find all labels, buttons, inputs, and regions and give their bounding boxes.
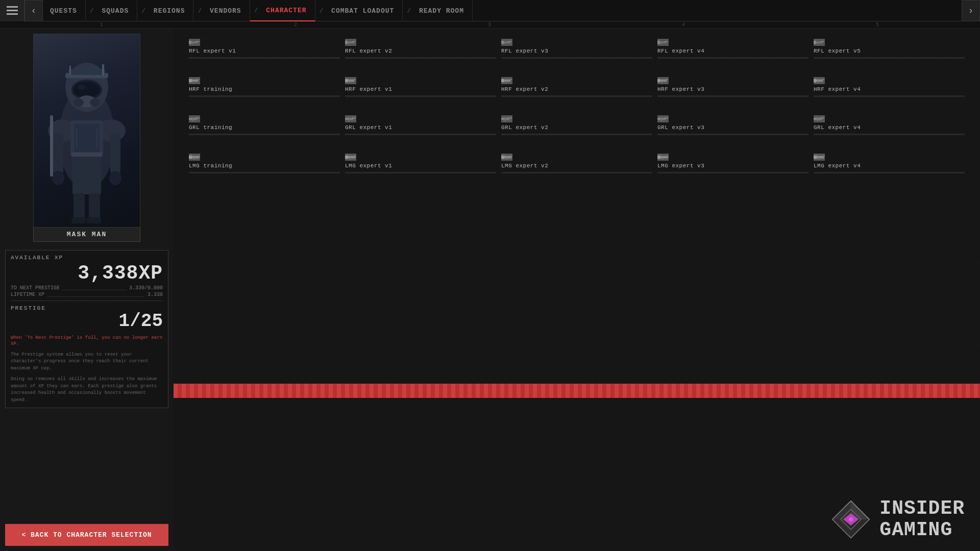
skill-item[interactable]: HRF expert v4 [814, 77, 965, 97]
back-to-character-selection-button[interactable]: < BACK TO CHARACTER SELECTION [5, 524, 168, 546]
svg-rect-34 [189, 41, 191, 44]
svg-rect-58 [345, 79, 348, 82]
to-next-prestige-value: 3.330/0.000 [129, 285, 163, 291]
svg-rect-47 [665, 41, 668, 42]
skill-name: LMG expert v3 [657, 163, 808, 169]
svg-rect-42 [501, 41, 504, 44]
tab-ready-room[interactable]: / READY ROOM [403, 0, 473, 21]
skills-panel: RFL expert v1 RFL expert v2 RFL expert v… [174, 29, 980, 551]
prestige-desc-2: Doing so removes all skills and increase… [11, 376, 163, 404]
tab-squads[interactable]: / SQUADS [86, 0, 137, 21]
skill-name: HRF training [189, 86, 340, 92]
menu-button[interactable] [0, 0, 24, 21]
skill-item[interactable]: GRL expert v3 [657, 115, 808, 135]
svg-rect-116 [662, 158, 664, 160]
skill-item[interactable]: RFL expert v4 [657, 39, 808, 59]
svg-rect-101 [193, 158, 195, 160]
nav-next-arrow[interactable]: › [962, 0, 980, 21]
skill-name: GRL expert v3 [657, 124, 808, 131]
tab-combat-loadout[interactable]: / COMBAT LOADOUT [315, 0, 403, 21]
skill-name: LMG training [189, 163, 340, 169]
prestige-value: 1/25 [11, 311, 163, 332]
lifetime-xp-row: LIFETIME XP 3.338 [11, 292, 163, 297]
skill-item[interactable]: GRL expert v2 [501, 115, 652, 135]
skill-icon-rifle [657, 39, 669, 46]
level-marker-3: 3 [488, 22, 492, 28]
available-xp-label: AVAILABLE XP [11, 255, 163, 261]
character-portrait [33, 34, 140, 228]
logo-text: INSIDER GAMING [879, 498, 965, 541]
tab-vendors[interactable]: / VENDORS [193, 0, 250, 21]
svg-rect-31 [87, 217, 101, 223]
skill-item[interactable]: HRF expert v3 [657, 77, 808, 97]
svg-rect-68 [661, 82, 663, 83]
svg-rect-26 [72, 154, 101, 194]
skill-item[interactable]: RFL expert v1 [189, 39, 340, 59]
skill-name: RFL expert v4 [657, 48, 808, 54]
svg-rect-36 [192, 43, 193, 44]
skill-item[interactable]: GRL expert v4 [814, 115, 965, 135]
skill-item[interactable]: RFL expert v2 [345, 39, 496, 59]
svg-rect-86 [504, 120, 506, 121]
xp-progress-bar-container [174, 384, 980, 398]
skill-item[interactable]: LMG expert v4 [814, 154, 965, 173]
skill-progress-bar [814, 95, 965, 97]
svg-rect-66 [657, 79, 660, 82]
tab-quests[interactable]: QUESTS [43, 0, 86, 21]
svg-rect-100 [198, 156, 200, 157]
svg-rect-21 [53, 133, 63, 174]
skill-item[interactable]: LMG expert v1 [345, 154, 496, 173]
svg-rect-52 [817, 43, 818, 44]
svg-rect-40 [348, 43, 350, 44]
svg-rect-112 [503, 155, 504, 156]
tab-character[interactable]: / CHARACTER [250, 0, 315, 21]
skill-item[interactable]: HRF expert v2 [501, 77, 652, 97]
dots-2 [47, 293, 144, 297]
skill-item[interactable]: HRF training [189, 77, 340, 97]
svg-rect-89 [657, 118, 660, 119]
svg-rect-64 [505, 82, 507, 83]
left-panel: MASK MAN AVAILABLE XP 3,338XP TO NEXT PR… [0, 29, 174, 551]
skill-icon-lmg [814, 154, 825, 161]
svg-rect-122 [815, 155, 817, 156]
svg-rect-76 [192, 120, 193, 121]
svg-rect-96 [817, 120, 818, 121]
svg-rect-59 [353, 79, 356, 80]
skill-progress-bar [814, 172, 965, 173]
skill-icon-hrf [501, 77, 512, 84]
svg-rect-44 [504, 43, 506, 44]
xp-details: TO NEXT PRESTIGE 3.330/0.000 LIFETIME XP… [11, 285, 163, 297]
skill-icon-lmg [657, 154, 669, 161]
svg-point-32 [78, 85, 86, 90]
skill-icon-rifle [814, 39, 825, 46]
svg-rect-62 [501, 79, 504, 82]
nav-tabs: QUESTS / SQUADS / REGIONS / VENDORS / CH… [43, 0, 962, 21]
svg-point-82 [353, 117, 355, 119]
svg-rect-70 [814, 79, 817, 82]
top-navigation: ‹ QUESTS / SQUADS / REGIONS / VENDORS / … [0, 0, 980, 21]
skill-item[interactable]: LMG expert v2 [501, 154, 652, 173]
svg-point-24 [109, 171, 121, 185]
svg-rect-35 [196, 41, 199, 42]
skill-progress-bar [189, 95, 340, 97]
svg-rect-105 [354, 156, 356, 157]
skill-item[interactable]: LMG expert v3 [657, 154, 808, 173]
skill-name: RFL expert v3 [501, 48, 652, 54]
skill-name: LMG expert v2 [501, 163, 652, 169]
character-figure [34, 34, 140, 227]
nav-prev-arrow[interactable]: ‹ [24, 0, 43, 21]
svg-rect-111 [505, 158, 508, 160]
skill-item[interactable]: LMG training [189, 154, 340, 173]
skill-item[interactable]: RFL expert v3 [501, 39, 652, 59]
skill-item[interactable]: RFL expert v5 [814, 39, 965, 59]
svg-point-87 [509, 117, 511, 119]
xp-panel: AVAILABLE XP 3,338XP TO NEXT PRESTIGE 3.… [5, 250, 168, 408]
svg-rect-81 [348, 120, 350, 121]
skill-item[interactable]: HRF expert v1 [345, 77, 496, 97]
skill-item[interactable]: GRL expert v1 [345, 115, 496, 135]
svg-rect-25 [50, 115, 53, 177]
tab-regions[interactable]: / REGIONS [137, 0, 193, 21]
dots-1 [63, 286, 126, 290]
svg-rect-107 [347, 155, 348, 156]
skill-item[interactable]: GRL training [189, 115, 340, 135]
